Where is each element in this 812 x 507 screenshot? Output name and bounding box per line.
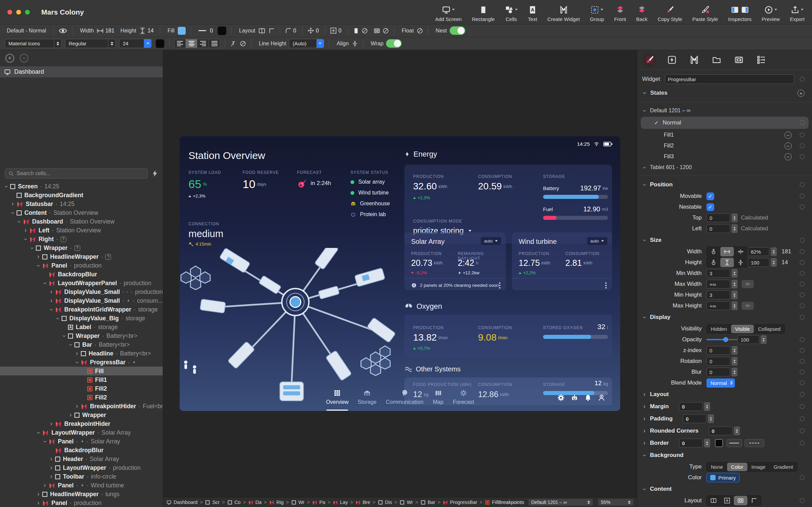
tree-row-backgroundgradient[interactable]: BackgroundGradient: [0, 191, 163, 200]
tree-row-left[interactable]: Left·Station Overview: [0, 226, 163, 235]
section-header-display[interactable]: Display: [637, 311, 812, 323]
breadcrumb-item-fill[interactable]: Fill: [485, 500, 498, 505]
collapse-arrow-icon[interactable]: [34, 263, 42, 268]
toolbar-button-text[interactable]: Text: [528, 4, 537, 22]
expand-arrow-icon[interactable]: [73, 404, 81, 409]
nav-tab-map[interactable]: Map: [433, 389, 443, 405]
section-header-content[interactable]: Content: [637, 483, 812, 495]
toolbar-button-preview[interactable]: Preview: [762, 4, 780, 22]
stepper[interactable]: [731, 224, 738, 233]
inspector-tab-list[interactable]: [754, 52, 769, 67]
expand-arrow-icon[interactable]: [47, 422, 55, 426]
override-circle[interactable]: [800, 205, 805, 209]
visibility-option-visible[interactable]: Visible: [731, 325, 754, 333]
section-header-margin[interactable]: Margin0: [637, 400, 812, 413]
override-circle[interactable]: [800, 441, 805, 445]
inspector-tab-brush[interactable]: [642, 52, 657, 67]
align-center-button[interactable]: [186, 39, 197, 48]
state-group-header[interactable]: Tablet 601 - 1200: [637, 162, 812, 173]
override-circle[interactable]: [800, 475, 805, 480]
state-row-normal[interactable]: ✓Normal: [641, 117, 809, 129]
add-state-button[interactable]: +: [797, 90, 805, 97]
state-row-fill3[interactable]: Fill3−: [637, 151, 812, 162]
tree-row-panel[interactable]: Panel·production: [0, 499, 163, 507]
visibility-option-hidden[interactable]: Hidden: [707, 325, 731, 333]
tree-row-displayvalue_small[interactable]: DisplayValue_Small··consum...: [0, 296, 163, 305]
toolbar-button-back[interactable]: Back: [636, 4, 647, 22]
stepper[interactable]: [734, 427, 740, 435]
tree-row-right[interactable]: Right·?: [0, 235, 163, 244]
add-screen-button[interactable]: +: [5, 54, 14, 63]
expand-arrow-icon[interactable]: [47, 290, 55, 294]
tree-row-displayvalue_small[interactable]: DisplayValue_Small··production: [0, 287, 163, 296]
number-input[interactable]: 0: [679, 402, 703, 411]
state-row-fill1[interactable]: Fill1−: [637, 130, 812, 140]
tree-row-panel[interactable]: Panel·production: [0, 261, 163, 270]
override-circle[interactable]: [800, 381, 805, 385]
section-header-background[interactable]: Background: [637, 449, 812, 461]
tree-row-layoutwrapperpanel[interactable]: LayoutWrapperPanel·production: [0, 279, 163, 287]
override-circle[interactable]: [800, 303, 805, 308]
tree-row-dashboard[interactable]: Dashboard·Station Overview: [0, 217, 163, 226]
search-input-wrap[interactable]: [5, 168, 148, 179]
override-circle[interactable]: [800, 498, 805, 503]
breadcrumb-item-scr[interactable]: Scr: [205, 500, 220, 505]
font-size-select[interactable]: 24: [119, 39, 152, 48]
background-color-chip[interactable]: Primary: [706, 473, 740, 482]
spacing-value[interactable]: 0: [316, 28, 319, 34]
nav-tab-overview[interactable]: Overview: [326, 389, 349, 411]
state-override-circle[interactable]: [800, 143, 805, 148]
border-style-solid-select[interactable]: [726, 439, 742, 447]
number-input[interactable]: 0: [706, 224, 730, 233]
collapse-arrow-icon[interactable]: [47, 307, 55, 312]
screen-list-item-dashboard[interactable]: Dashboard: [0, 66, 163, 78]
tree-row-bar[interactable]: Bar·Battery<br>: [0, 340, 163, 349]
override-circle[interactable]: [800, 404, 805, 409]
inspector-tab-bolt-square[interactable]: [664, 52, 679, 67]
fill-swatch[interactable]: [177, 26, 186, 35]
collapse-arrow-icon[interactable]: [73, 360, 81, 365]
line-height-select[interactable]: (Auto): [289, 39, 324, 48]
override-circle[interactable]: [800, 392, 805, 397]
number-input[interactable]: 0: [706, 368, 730, 376]
expand-arrow-icon[interactable]: [47, 299, 55, 303]
expand-arrow-icon[interactable]: [41, 483, 49, 488]
expand-arrow-icon[interactable]: [47, 475, 55, 479]
gear-icon[interactable]: [557, 394, 565, 401]
number-input[interactable]: 0: [679, 439, 703, 447]
override-circle[interactable]: [800, 315, 805, 320]
bg-type-option-gradient[interactable]: Gradient: [769, 463, 797, 471]
wind-turbine-panel[interactable]: Wind turbine auto PRODUCTION 12.75kWh +2…: [512, 232, 612, 290]
toolbar-button-rectangle[interactable]: Rectangle: [472, 4, 495, 22]
infinity-button[interactable]: ∞: [742, 280, 754, 288]
inspector-tab-widget[interactable]: [687, 52, 702, 67]
astronaut-icon[interactable]: [598, 394, 605, 401]
layout-corner-icon[interactable]: [268, 27, 275, 34]
number-input[interactable]: 3: [706, 291, 730, 299]
seg-option[interactable]: [734, 247, 747, 256]
number-input[interactable]: 0: [706, 346, 730, 355]
width-value[interactable]: 181: [105, 28, 114, 34]
override-circle[interactable]: [800, 429, 805, 433]
opacity-slider[interactable]: [706, 339, 738, 340]
collapse-arrow-icon[interactable]: [28, 246, 36, 250]
toolbar-button-front[interactable]: Front: [614, 4, 626, 22]
zoom-select[interactable]: 55%: [598, 499, 634, 506]
override-circle[interactable]: [800, 249, 805, 254]
stepper[interactable]: [761, 335, 767, 344]
checkbox-checked[interactable]: ✓: [706, 203, 714, 211]
collapse-arrow-icon[interactable]: [21, 237, 29, 241]
toolbar-button-copy-style[interactable]: Copy Style: [658, 4, 682, 22]
tree-row-panel[interactable]: Panel··Wind turbine: [0, 481, 163, 490]
breadcrumb-item-bre[interactable]: Bre: [356, 500, 370, 505]
tree-row-breakpointhider[interactable]: BreakpointHider: [0, 419, 163, 428]
override-circle[interactable]: [800, 370, 805, 374]
breakpoint-select[interactable]: Default 1201 – ∞: [528, 499, 593, 506]
bg-type-option-none[interactable]: None: [707, 463, 727, 471]
tree-row-label[interactable]: ALabel·storage: [0, 323, 163, 331]
stepper[interactable]: [731, 368, 738, 376]
expand-arrow-icon[interactable]: [47, 466, 55, 470]
number-input[interactable]: +∞: [706, 280, 730, 289]
seg-option[interactable]: [720, 496, 734, 505]
bell-icon[interactable]: [584, 394, 592, 401]
